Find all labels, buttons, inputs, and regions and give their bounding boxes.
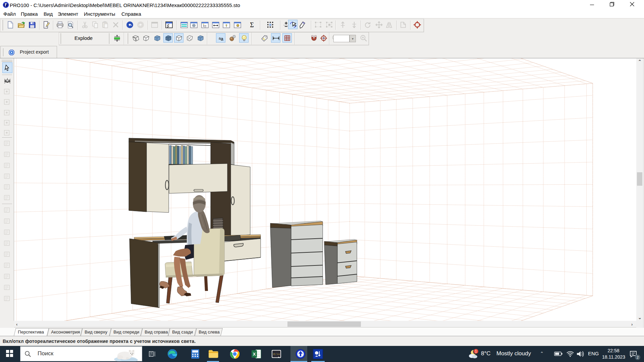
svg-text:1: 1 (475, 350, 477, 353)
svg-text:a: a (221, 36, 223, 42)
svg-text:X: X (253, 352, 256, 357)
svg-text:C:\>: C:\> (273, 353, 280, 356)
svg-text:Σ: Σ (250, 21, 254, 28)
